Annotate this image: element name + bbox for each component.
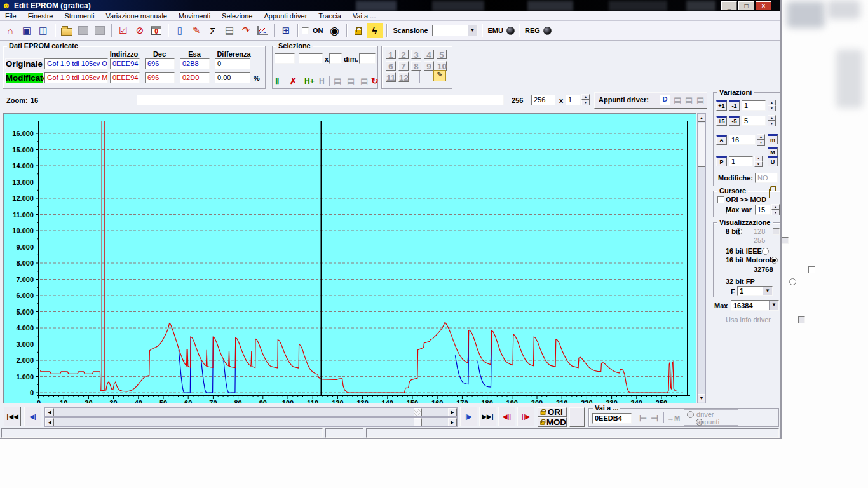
step5-field[interactable]: 5 — [742, 116, 766, 126]
max-var-spinner[interactable]: ▲▼ — [771, 204, 780, 215]
chart-view-button[interactable] — [255, 23, 270, 38]
menu-appunti-driver[interactable]: Appunti driver — [264, 12, 307, 20]
sum-button[interactable]: Σ — [205, 23, 220, 38]
menu-strumenti[interactable]: Strumenti — [64, 12, 94, 20]
scan-target-button[interactable]: ◉ — [327, 23, 342, 38]
spin-up-icon[interactable]: ▲ — [771, 204, 780, 210]
minus1-button[interactable]: -1 — [729, 100, 740, 111]
selection-refresh-button[interactable]: ↻ — [371, 76, 379, 86]
selection-clear-button[interactable]: ✗ — [290, 76, 297, 86]
redo-button[interactable]: ↷ — [238, 23, 254, 38]
chevron-down-icon[interactable]: ▼ — [769, 301, 778, 310]
min-button[interactable]: m — [768, 134, 778, 144]
chevron-down-icon[interactable]: ▼ — [763, 287, 772, 295]
step-left-button[interactable]: ◀|| — [498, 407, 515, 426]
chevron-down-icon[interactable]: ▼ — [468, 25, 477, 36]
on-checkbox[interactable] — [302, 27, 309, 34]
restore-button[interactable]: □ — [738, 1, 754, 10]
step5-spinner[interactable]: ▲▼ — [768, 115, 776, 126]
undo-button[interactable]: U — [768, 156, 778, 166]
scan-run-button[interactable]: ϟ — [367, 23, 383, 38]
scroll-thumb[interactable] — [698, 123, 705, 167]
max-var-field[interactable]: 15 — [755, 205, 771, 215]
reg-led-indicator[interactable] — [543, 27, 552, 35]
notepad-button[interactable]: ✎ — [433, 70, 446, 81]
max-scale-combobox[interactable]: 16384 ▼ — [731, 300, 779, 311]
ori-mod-checkbox[interactable] — [717, 196, 724, 203]
menu-file[interactable]: File — [5, 12, 17, 20]
checkbox-32768[interactable] — [808, 266, 815, 273]
spin-down-icon[interactable]: ▼ — [754, 161, 763, 167]
percent-field[interactable]: 1 — [729, 156, 753, 166]
step1-spinner[interactable]: ▲▼ — [768, 100, 776, 111]
plus1-button[interactable]: +1 — [716, 100, 727, 111]
menu-vai-a[interactable]: Vai a ... — [353, 12, 376, 20]
spin-down-icon[interactable]: ▼ — [768, 121, 776, 126]
multiplier-field[interactable]: 1 — [566, 95, 581, 105]
selezione-to-field[interactable] — [299, 53, 323, 64]
selezione-x-field[interactable] — [329, 53, 342, 64]
plus5-button[interactable]: +5 — [716, 116, 727, 126]
zoom-slider[interactable] — [137, 95, 504, 105]
horizontal-scrollbar-top[interactable]: ◀ ▶ — [44, 407, 458, 417]
scroll-down-icon[interactable]: ▼ — [698, 394, 705, 402]
scroll-right-icon[interactable]: ▶ — [448, 418, 457, 426]
modificato-differenza-field[interactable]: 0.00 — [215, 72, 250, 83]
minimize-button[interactable]: _ — [721, 1, 737, 10]
spin-up-icon[interactable]: ▲ — [768, 115, 776, 121]
menu-selezione[interactable]: Selezione — [222, 12, 252, 20]
minus5-button[interactable]: -5 — [729, 116, 740, 126]
radio-32bit-fp[interactable] — [789, 278, 796, 285]
f-combobox[interactable]: 1 ▼ — [737, 286, 773, 296]
absolute-spinner[interactable]: ▲▼ — [757, 134, 765, 146]
ori-lock-button[interactable]: ORI — [538, 407, 567, 417]
spin-down-icon[interactable]: ▼ — [757, 140, 765, 146]
absolute-field[interactable]: 16 — [729, 135, 756, 145]
percent-spinner[interactable]: ▲▼ — [754, 156, 763, 167]
emu-led-indicator[interactable] — [506, 27, 515, 35]
compare-tracks-button[interactable] — [569, 407, 585, 427]
modificato-file-field[interactable]: Gof 1.9 tdi 105cv MO — [44, 72, 108, 83]
multiplier-spinner[interactable]: ▲▼ — [581, 94, 590, 105]
spin-up-icon[interactable]: ▲ — [581, 94, 590, 100]
cascade-windows-button[interactable]: ▣ — [19, 23, 34, 38]
menu-movimenti[interactable]: Movimenti — [179, 12, 210, 20]
max-button[interactable]: M — [768, 147, 778, 157]
split-columns-button[interactable]: ◫ — [36, 23, 51, 38]
scansione-combobox[interactable]: ▼ — [432, 25, 478, 36]
selezione-from-field[interactable] — [275, 53, 295, 64]
confirm-variation-button[interactable]: ☑ — [116, 23, 131, 38]
originale-esa-field[interactable]: 02B8 — [180, 58, 210, 69]
scroll-right-icon[interactable]: ▶ — [448, 408, 457, 416]
menu-traccia[interactable]: Traccia — [318, 12, 341, 20]
originale-indirizzo-field[interactable]: 0EEE94 — [110, 58, 140, 69]
manual-edit-button[interactable]: ✎ — [189, 23, 204, 38]
vai-a-field[interactable]: 0EEDB4 — [592, 413, 632, 424]
lock-button[interactable] — [351, 23, 366, 38]
spin-up-icon[interactable]: ▲ — [757, 134, 765, 140]
goto-start-button[interactable]: |◀◀ — [4, 407, 21, 426]
originale-differenza-field[interactable]: 0 — [215, 58, 250, 69]
step-right-button[interactable]: ||▶ — [517, 407, 534, 426]
modificato-dec-field[interactable]: 696 — [145, 72, 175, 83]
chart-vertical-scrollbar[interactable]: ▲ ▼ — [697, 113, 706, 403]
scroll-thumb[interactable] — [414, 408, 422, 416]
modificato-button[interactable]: Modificato — [5, 72, 43, 83]
absolute-button[interactable]: A — [716, 135, 727, 145]
spin-up-icon[interactable]: ▲ — [768, 100, 776, 105]
spin-down-icon[interactable]: ▼ — [768, 105, 776, 111]
originale-dec-field[interactable]: 696 — [145, 58, 175, 69]
open-file-button[interactable] — [59, 23, 74, 38]
selezione-dim-field[interactable] — [359, 53, 376, 64]
chart-panel[interactable]: 16.00015.00014.00013.00012.00011.00010.0… — [3, 113, 696, 403]
spin-down-icon[interactable]: ▼ — [581, 100, 590, 105]
step1-field[interactable]: 1 — [742, 100, 766, 111]
print-button[interactable]: ▤ — [222, 23, 237, 38]
chart-svg[interactable]: 16.00015.00014.00013.00012.00011.00010.0… — [4, 114, 696, 403]
table-view-button[interactable]: ⊞ — [278, 23, 294, 38]
cancel-variation-button[interactable]: ⊘ — [132, 23, 147, 38]
selection-start-button[interactable]: Ⅱ — [275, 76, 279, 86]
menu-variazione-manuale[interactable]: Variazione manuale — [106, 12, 167, 20]
play-forward-button[interactable]: |▶ — [460, 407, 477, 426]
title-bar[interactable]: ☻ Edit EPROM (grafica) _ □ × — [0, 0, 780, 11]
